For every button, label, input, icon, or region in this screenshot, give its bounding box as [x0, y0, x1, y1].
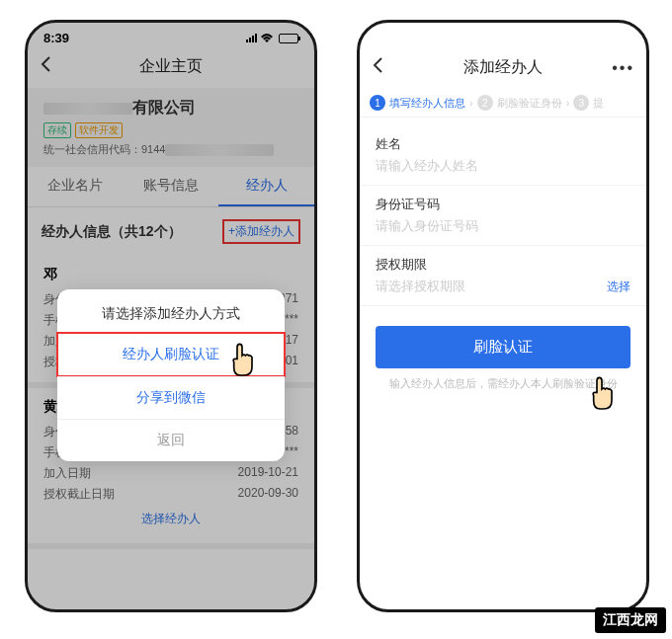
section-title: 经办人信息（共12个） — [42, 223, 182, 241]
phone-left: 8:39 企业主页 有限公司 存续 软件开发 统一社会信用代码：9144 企业名… — [25, 20, 317, 612]
tab-card[interactable]: 企业名片 — [28, 167, 124, 206]
company-block: 有限公司 存续 软件开发 统一社会信用代码：9144 — [28, 88, 314, 167]
pointer-hand-icon — [225, 341, 259, 380]
modal-option-wechat[interactable]: 分享到微信 — [57, 376, 285, 419]
header: 企业主页 — [28, 49, 314, 88]
row-join: 加入日期2019-10-21 — [43, 463, 298, 484]
form: 姓名 请输入经办人姓名 身份证号码 请输入身份证号码 授权期限 请选择授权期限 … — [360, 125, 646, 306]
row-auth: 授权截止日期2020-09-30 — [43, 484, 298, 505]
step-2: 2刷脸验证身份 — [477, 95, 562, 111]
select-button[interactable]: 选择 — [607, 279, 630, 295]
blurred-text — [165, 144, 274, 156]
status-icons — [246, 34, 298, 43]
phone-right: 添加经办人 ••• 1填写经办人信息 › 2刷脸验证身份 › 3提 姓名 请输入… — [357, 20, 649, 612]
step-3: 3提 — [573, 95, 604, 111]
field-id[interactable]: 身份证号码 请输入身份证号码 — [360, 186, 646, 246]
tabs: 企业名片 账号信息 经办人 — [28, 167, 314, 207]
status-bar: 8:39 — [28, 23, 314, 49]
credit-code: 统一社会信用代码：9144 — [43, 142, 298, 157]
tab-agent[interactable]: 经办人 — [218, 167, 314, 206]
signal-icon — [246, 34, 257, 42]
pointer-hand-icon — [585, 374, 619, 414]
agent-name: 邓 — [43, 266, 298, 283]
tag-status: 存续 — [43, 122, 71, 138]
battery-icon — [279, 34, 298, 43]
section-header: 经办人信息（共12个） +添加经办人 — [28, 207, 314, 256]
tag-industry: 软件开发 — [75, 122, 123, 138]
step-1: 1填写经办人信息 — [370, 95, 465, 111]
add-agent-link[interactable]: +添加经办人 — [222, 219, 300, 244]
company-name: 有限公司 — [43, 98, 298, 119]
page-title: 企业主页 — [28, 56, 314, 77]
field-auth-period[interactable]: 授权期限 请选择授权期限 选择 — [360, 246, 646, 306]
chevron-right-icon: › — [469, 97, 473, 109]
header: 添加经办人 ••• — [360, 50, 646, 89]
wifi-icon — [260, 34, 274, 43]
blurred-text — [43, 103, 132, 115]
tab-account[interactable]: 账号信息 — [124, 167, 219, 206]
modal-title: 请选择添加经办人方式 — [57, 289, 285, 333]
face-verify-button[interactable]: 刷脸认证 — [376, 326, 630, 368]
page-title: 添加经办人 — [360, 57, 646, 78]
chevron-right-icon: › — [566, 97, 570, 109]
steps: 1填写经办人信息 › 2刷脸验证身份 › 3提 — [360, 89, 646, 118]
watermark: 江西龙网 — [595, 607, 666, 633]
time: 8:39 — [43, 31, 69, 45]
field-name[interactable]: 姓名 请输入经办人姓名 — [360, 125, 646, 186]
select-agent-link[interactable]: 选择经办人 — [43, 505, 298, 533]
modal-cancel[interactable]: 返回 — [57, 419, 285, 461]
company-tags: 存续 软件开发 — [43, 122, 298, 138]
